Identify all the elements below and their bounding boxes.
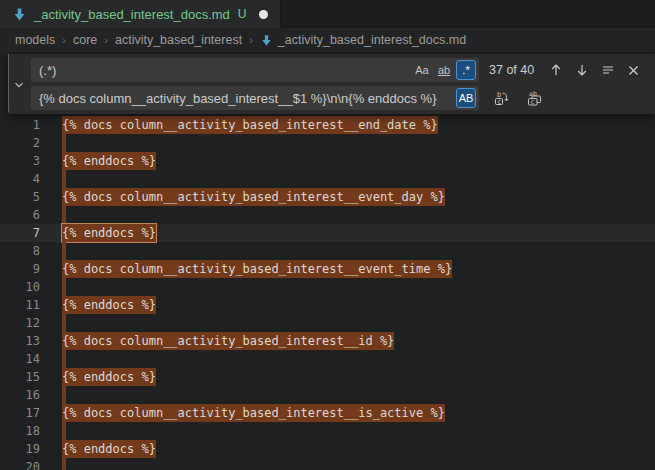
line-content[interactable] [62,386,66,404]
editor-line[interactable]: 13{% docs column__activity_based_interes… [0,332,655,350]
breadcrumb-separator: › [104,34,108,46]
editor-line[interactable]: 2 [0,134,655,152]
line-content[interactable] [62,170,66,188]
breadcrumb-separator: › [62,34,66,46]
close-find-button[interactable] [624,61,643,80]
breadcrumb-file[interactable]: _activity_based_interest_docs.md [260,33,466,47]
breadcrumb-core[interactable]: core [73,33,97,47]
line-content[interactable]: {% enddocs %} [62,296,156,314]
breadcrumb-separator: › [249,34,253,46]
editor-line[interactable]: 12 [0,314,655,332]
editor-line[interactable]: 15{% enddocs %} [0,368,655,386]
empty-line-find-match [62,206,66,224]
line-content[interactable] [62,134,66,152]
find-in-selection-button[interactable] [598,61,617,80]
find-match: {% enddocs %} [62,368,156,386]
current-find-match: {% enddocs %} [62,224,156,242]
arrow-up-icon [549,63,563,77]
toggle-replace-button[interactable] [10,76,28,94]
find-input[interactable]: (.*) Aa ab .* [31,58,479,82]
find-match: {% docs column__activity_based_interest_… [62,260,452,278]
line-number: 4 [0,170,40,188]
line-content[interactable] [62,422,66,440]
find-query: (.*) [39,63,410,78]
match-case-button[interactable]: Aa [412,60,432,80]
preserve-case-button[interactable]: AB [456,88,476,108]
unsaved-changes-dot[interactable] [259,10,268,19]
line-content[interactable]: {% docs column__activity_based_interest_… [62,188,445,206]
editor[interactable]: (.*) Aa ab .* 37 of 40 [0,52,655,470]
line-number: 14 [0,350,40,368]
line-number: 19 [0,440,40,458]
line-content[interactable] [62,242,66,260]
line-content[interactable]: {% enddocs %} [62,152,156,170]
editor-line[interactable]: 20 [0,458,655,470]
replace-all-icon: ab c [526,90,542,106]
line-content[interactable]: {% docs column__activity_based_interest_… [62,404,445,422]
breadcrumb-models[interactable]: models [15,33,55,47]
line-content[interactable] [62,314,66,332]
replace-row: {% docs column__activity_based_interest_… [31,86,655,110]
replace-one-button[interactable]: b c [492,89,511,108]
line-content[interactable] [62,458,66,470]
find-row: (.*) Aa ab .* 37 of 40 [31,58,655,82]
line-content[interactable]: {% enddocs %} [62,224,156,242]
empty-line-find-match [62,458,66,470]
editor-line[interactable]: 8 [0,242,655,260]
previous-match-button[interactable] [546,61,565,80]
line-content[interactable]: {% enddocs %} [62,368,156,386]
empty-line-find-match [62,350,66,368]
git-status-badge: U [238,7,247,21]
editor-line[interactable]: 9{% docs column__activity_based_interest… [0,260,655,278]
editor-line[interactable]: 19{% enddocs %} [0,440,655,458]
find-replace-widget: (.*) Aa ab .* 37 of 40 [8,54,655,114]
line-number: 18 [0,422,40,440]
replace-all-button[interactable]: ab c [524,89,543,108]
replace-value: {% docs column__activity_based_interest_… [39,91,454,106]
line-number: 15 [0,368,40,386]
editor-line[interactable]: 17{% docs column__activity_based_interes… [0,404,655,422]
svg-text:c: c [530,98,534,106]
editor-line[interactable]: 11{% enddocs %} [0,296,655,314]
tab-activity-based-interest-docs[interactable]: _activity_based_interest_docs.md U [0,0,281,28]
line-content[interactable]: {% docs column__activity_based_interest_… [62,260,452,278]
editor-line[interactable]: 5{% docs column__activity_based_interest… [0,188,655,206]
line-content[interactable]: {% docs column__activity_based_interest_… [62,332,394,350]
line-content[interactable] [62,350,66,368]
editor-lines[interactable]: 1{% docs column__activity_based_interest… [0,116,655,470]
next-match-button[interactable] [572,61,591,80]
line-content[interactable]: {% enddocs %} [62,440,156,458]
replace-input[interactable]: {% docs column__activity_based_interest_… [31,86,479,110]
editor-line[interactable]: 1{% docs column__activity_based_interest… [0,116,655,134]
svg-text:c: c [497,98,501,106]
find-match: {% docs column__activity_based_interest_… [62,116,438,134]
editor-line[interactable]: 3{% enddocs %} [0,152,655,170]
find-match: {% enddocs %} [62,296,156,314]
tab-filename: _activity_based_interest_docs.md [34,7,230,22]
editor-line[interactable]: 6 [0,206,655,224]
line-content[interactable] [62,206,66,224]
line-number: 7 [0,224,40,242]
line-number: 16 [0,386,40,404]
editor-line[interactable]: 4 [0,170,655,188]
breadcrumb-activity-based-interest[interactable]: activity_based_interest [115,33,242,47]
editor-line[interactable]: 14 [0,350,655,368]
line-content[interactable] [62,278,66,296]
line-number: 6 [0,206,40,224]
markdown-file-icon [260,34,273,47]
empty-line-find-match [62,134,66,152]
editor-line[interactable]: 16 [0,386,655,404]
editor-line[interactable]: 18 [0,422,655,440]
whole-word-button[interactable]: ab [434,60,454,80]
empty-line-find-match [62,314,66,332]
line-content[interactable]: {% docs column__activity_based_interest_… [62,116,438,134]
editor-line[interactable]: 7{% enddocs %} [0,224,655,242]
line-number: 3 [0,152,40,170]
line-number: 9 [0,260,40,278]
find-match: {% docs column__activity_based_interest_… [62,332,394,350]
breadcrumb-file-label: _activity_based_interest_docs.md [278,33,466,47]
line-number: 17 [0,404,40,422]
match-count: 37 of 40 [489,63,534,77]
regex-button[interactable]: .* [456,60,476,80]
editor-line[interactable]: 10 [0,278,655,296]
